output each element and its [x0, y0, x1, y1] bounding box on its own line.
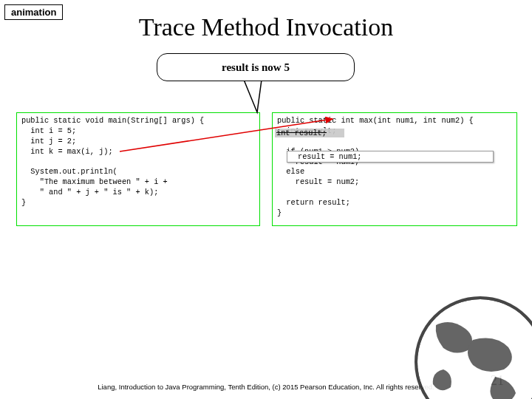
svg-marker-0 — [244, 80, 262, 112]
callout-tail-icon — [238, 80, 275, 117]
highlighted-statement: result = num1; — [287, 151, 494, 163]
struck-line: int result; — [275, 129, 344, 137]
callout-text: result is now 5 — [222, 61, 290, 74]
callout-bubble: result is now 5 — [157, 53, 355, 81]
globe-graphic-icon — [392, 281, 532, 399]
slide-title: Trace Method Invocation — [0, 13, 532, 41]
code-block-main: public static void main(String[] args) {… — [16, 112, 260, 226]
